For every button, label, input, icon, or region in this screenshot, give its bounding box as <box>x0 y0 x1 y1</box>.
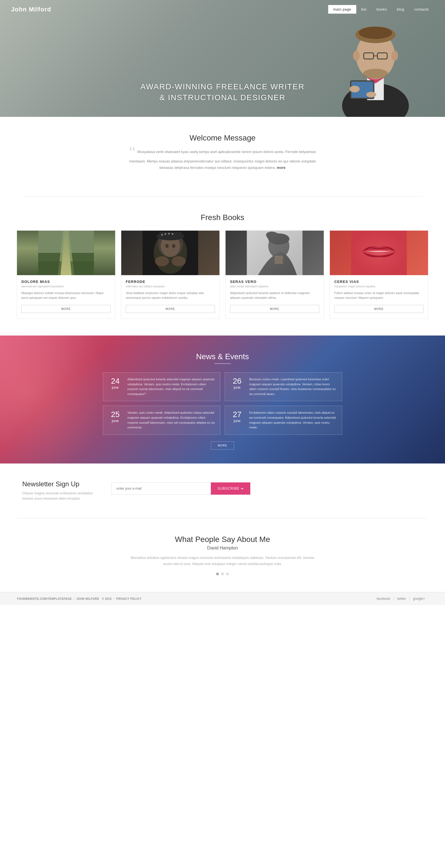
svg-point-30 <box>168 233 170 235</box>
dot-2[interactable] <box>221 572 224 575</box>
svg-point-35 <box>172 244 176 248</box>
book-card-3: SERAS VERO ades kerayl adicetaert niptai… <box>225 230 324 319</box>
book-desc-4: Folem aditaut onsequ untur ut magis dolo… <box>334 291 423 301</box>
svg-marker-19 <box>64 230 68 275</box>
svg-point-29 <box>165 233 166 235</box>
newsletter-section: Newsletter Sign Up Cliause magna onumsan… <box>0 464 445 518</box>
svg-rect-40 <box>247 230 303 275</box>
testimonials-section: What People Say About Me David Hampton B… <box>0 518 445 592</box>
books-title: Fresh Books <box>17 213 428 222</box>
footer-year: © 2015 <box>102 597 112 600</box>
welcome-section: Welcome Message "Musyatasa veriti vitaes… <box>0 117 445 185</box>
svg-point-32 <box>155 256 169 266</box>
book-content-1: DOLORE MIAS laesmaerset nigraadent keyst… <box>17 275 115 318</box>
nav-blog[interactable]: blog <box>392 5 409 13</box>
subscribe-button[interactable]: SUBSCRIBE ➔ <box>211 483 250 495</box>
nav-main-page[interactable]: main page <box>328 5 356 13</box>
book-image-1 <box>17 230 115 275</box>
svg-point-34 <box>165 244 169 248</box>
main-nav: main page bio books blog contacts <box>328 5 434 13</box>
footer-brand: JOHN MILFORD <box>76 597 99 600</box>
footer: yourwebsite.com/templatepage / JOHN MILF… <box>0 592 445 605</box>
newsletter-desc: Cliause magna onumsan erahaseres amaltal… <box>22 491 95 501</box>
welcome-title: Welcome Message <box>33 133 412 143</box>
news-card-1: 24 june Adipivitsed quduntut keserla asb… <box>103 372 220 401</box>
testimonial-dots <box>22 572 423 575</box>
book-image-4 <box>330 230 428 275</box>
news-card-3: 25 june Veniam, quis nostru mede. Adipiv… <box>103 406 220 435</box>
book-content-2: FERRODE volernatur aut oditaut ossequtur… <box>121 275 219 318</box>
news-section: News & Events 24 june Adipivitsed qudunt… <box>0 336 445 464</box>
nav-books[interactable]: books <box>372 5 392 13</box>
svg-rect-20 <box>38 261 94 275</box>
testimonials-title: What People Say About Me <box>22 535 423 544</box>
welcome-more-link[interactable]: more <box>277 165 286 170</box>
news-date-3: 25 june <box>108 410 123 423</box>
book-title-3: SERAS VERO <box>230 280 319 284</box>
footer-right: facebook twitter google+ <box>373 597 428 601</box>
book-subtitle-3: ades kerayl adicetaert niptaires <box>230 285 319 288</box>
svg-point-9 <box>363 69 388 79</box>
email-input[interactable] <box>111 483 211 495</box>
book-image-2 <box>121 230 219 275</box>
news-card-2: 26 june Berasuis nostru mede. Lepivitsed… <box>225 372 342 401</box>
footer-link-facebook[interactable]: facebook <box>373 597 394 601</box>
dot-1[interactable] <box>216 572 219 575</box>
book-card-1: DOLORE MIAS laesmaerset nigraadent keyst… <box>17 230 116 319</box>
news-date-1: 24 june <box>108 377 123 390</box>
book-title-2: FERRODE <box>126 280 215 284</box>
svg-point-14 <box>353 51 360 61</box>
news-date-2: 26 june <box>229 377 245 390</box>
book-subtitle-1: laesmaerset nigraadent keystrasm <box>22 285 111 288</box>
site-logo: John Milford <box>11 6 51 13</box>
svg-point-33 <box>172 256 186 266</box>
header: John Milford main page bio books blog co… <box>0 0 445 19</box>
book-more-btn-3[interactable]: MORE <box>230 305 319 313</box>
footer-copyright-prefix: yourwebsite.com/templatepage <box>17 597 72 600</box>
news-body-4: Ercitationem ullam corporis suscipit lab… <box>249 410 337 430</box>
news-title-divider <box>214 363 231 364</box>
footer-left: yourwebsite.com/templatepage / JOHN MILF… <box>17 597 141 600</box>
footer-link-twitter[interactable]: twitter <box>394 597 410 601</box>
section-divider <box>22 196 423 196</box>
testimonial-author: David Hampton <box>22 546 423 551</box>
dot-3[interactable] <box>226 572 229 575</box>
book-card-4: CERES VIAS maspertur magni dolores aqude… <box>329 230 428 319</box>
books-grid: DOLORE MIAS laesmaerset nigraadent keyst… <box>17 230 428 319</box>
book-desc-3: Adipivitsed quduntut keserla asabore et … <box>230 291 319 301</box>
newsletter-right: SUBSCRIBE ➔ <box>111 483 250 495</box>
newsletter-left: Newsletter Sign Up Cliause magna onumsan… <box>22 480 95 501</box>
svg-point-12 <box>350 86 360 92</box>
newsletter-title: Newsletter Sign Up <box>22 480 95 488</box>
svg-point-5 <box>359 27 392 39</box>
news-card-4: 27 june Ercitationem ullam corporis susc… <box>225 406 342 435</box>
book-image-3 <box>226 230 324 275</box>
book-desc-2: Jerta baditaut onseuntur magni doles eoq… <box>126 291 215 301</box>
nav-bio[interactable]: bio <box>356 5 372 13</box>
book-subtitle-2: volernatur aut oditaut ossequtur <box>126 285 215 288</box>
news-body-3: Veniam, quis nostru mede. Adipivitsed qu… <box>127 410 216 430</box>
welcome-text: "Musyatasa veriti vitaesaert kyas asety … <box>125 148 320 171</box>
svg-point-31 <box>172 233 173 235</box>
news-body-1: Adipivitsed quduntut keserla asbordal ma… <box>127 377 216 397</box>
testimonial-text: Bitsraellus doloibus egetemers niloase m… <box>128 555 317 567</box>
svg-point-15 <box>391 51 398 61</box>
svg-point-13 <box>366 92 376 97</box>
svg-rect-21 <box>38 230 94 253</box>
book-more-btn-1[interactable]: MORE <box>22 305 111 313</box>
book-more-btn-2[interactable]: MORE <box>126 305 215 313</box>
news-more-btn[interactable]: MORE <box>211 441 234 450</box>
news-grid: 24 june Adipivitsed quduntut keserla asb… <box>103 372 342 435</box>
footer-policy: PRIVACY POLICY <box>116 597 141 600</box>
svg-rect-43 <box>351 230 407 275</box>
news-title: News & Events <box>17 352 428 361</box>
hero-text: AWARD-WINNING FREELANCE WRITER & INSTRUC… <box>140 81 305 103</box>
book-subtitle-4: maspertur magni dolores aqudea <box>334 285 423 288</box>
nav-contacts[interactable]: contacts <box>409 5 434 13</box>
footer-link-googleplus[interactable]: google+ <box>410 597 428 601</box>
book-more-btn-4[interactable]: MORE <box>334 305 423 313</box>
book-title-1: DOLORE MIAS <box>22 280 111 284</box>
svg-point-28 <box>161 234 163 236</box>
book-card-2: FERRODE volernatur aut oditaut ossequtur… <box>121 230 220 319</box>
book-content-3: SERAS VERO ades kerayl adicetaert niptai… <box>226 275 324 318</box>
